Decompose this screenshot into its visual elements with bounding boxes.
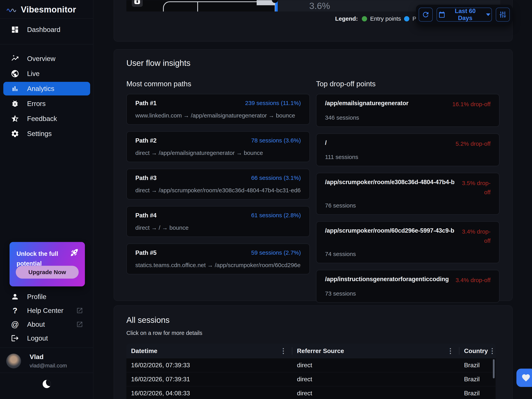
column-heading: Most common paths — [126, 80, 310, 88]
sidebar-item-analytics[interactable]: Analytics — [3, 82, 90, 96]
globe-icon — [11, 69, 19, 78]
sidebar-item-overview[interactable]: Overview — [0, 52, 93, 65]
dropoff-card[interactable]: /app/scrumpoker/room/e308c36d-4804-47b4-… — [316, 173, 500, 215]
cell-datetime: 16/02/2026, 07:39:33 — [126, 362, 292, 369]
external-link-icon — [76, 307, 83, 314]
bar-chart-icon — [11, 84, 19, 93]
divider — [0, 373, 93, 373]
path-card[interactable]: Path #5 59 sessions (2.7%) statics.teams… — [126, 244, 310, 274]
path-route: www.linkedin.com → /app/emailsignaturege… — [135, 112, 301, 119]
column-header-country[interactable]: Country ⋮ — [459, 344, 496, 358]
sidebar-item-label: Overview — [27, 55, 56, 63]
table-scrollbar[interactable] — [493, 359, 495, 378]
user-flow-insights-card: User flow insights Most common paths Pat… — [114, 49, 513, 301]
favorite-button[interactable] — [516, 369, 532, 387]
sidebar-item-profile[interactable]: Profile — [0, 290, 93, 303]
dashboard-icon — [11, 25, 19, 34]
sidebar-item-label: Live — [27, 70, 39, 77]
flow-percentage-label: 3.6% — [309, 0, 330, 12]
person-icon — [11, 292, 19, 301]
sidebar-item-logout[interactable]: Logout — [0, 331, 93, 345]
column-menu-icon[interactable]: ⋮ — [446, 347, 455, 355]
star-half-icon — [11, 114, 19, 123]
dropoff-sessions: 76 sessions — [325, 202, 491, 209]
sidebar-item-label: Settings — [27, 130, 52, 138]
path-card[interactable]: Path #1 239 sessions (11.1%) www.linkedi… — [126, 94, 310, 125]
path-route: direct → / → bounce — [135, 225, 301, 231]
theme-toggle-button[interactable] — [0, 377, 93, 391]
sidebar-item-errors[interactable]: Errors — [0, 97, 93, 110]
dropoff-rate: 3.5% drop-off — [459, 179, 491, 197]
entry-points-dot-icon — [362, 16, 367, 21]
calendar-icon — [438, 11, 446, 18]
dropoff-path: /app/scrumpoker/room/e308c36d-4804-47b4-… — [325, 179, 454, 186]
sessions-table: Datetime ⋮ Referrer Source ⋮ Country ⋮ 1… — [126, 344, 496, 399]
most-common-paths-column: Most common paths Path #1 239 sessions (… — [126, 80, 310, 303]
cell-datetime: 16/02/2026, 04:08:33 — [126, 390, 292, 397]
sidebar-item-feedback[interactable]: Feedback — [0, 112, 93, 125]
date-range-button[interactable]: Last 60 Days — [437, 8, 492, 22]
sidebar-item-label: Dashboard — [27, 26, 60, 33]
column-menu-icon[interactable]: ⋮ — [488, 347, 496, 355]
dropoff-path: /app/scrumpoker/room/60cd296e-5997-43c9-… — [325, 227, 454, 234]
column-header-datetime[interactable]: Datetime ⋮ — [126, 344, 292, 358]
sidebar-item-about[interactable]: @ About — [0, 318, 93, 331]
path-card[interactable]: Path #2 78 sessions (3.6%) direct → /app… — [126, 131, 310, 162]
sidebar-item-label: Profile — [27, 293, 46, 301]
cell-referrer: direct — [292, 376, 459, 383]
sidebar-item-label: Feedback — [27, 115, 57, 122]
path-title: Path #4 — [135, 212, 157, 219]
path-route: statics.teams.cdn.office.net → /app/scru… — [135, 262, 301, 269]
path-title: Path #2 — [135, 137, 157, 144]
dropoff-path: / — [325, 139, 327, 146]
column-header-referrer-source[interactable]: Referrer Source ⋮ — [292, 344, 459, 358]
table-row[interactable]: 16/02/2026, 04:08:33 direct Brazil — [126, 386, 496, 399]
column-menu-icon[interactable]: ⋮ — [279, 347, 288, 355]
dropoff-rate: 5.2% drop-off — [456, 139, 491, 148]
table-row[interactable]: 16/02/2026, 07:39:31 direct Brazil — [126, 372, 496, 386]
column-label: Referrer Source — [297, 347, 344, 354]
sidebar-item-help-center[interactable]: ? Help Center — [0, 304, 93, 317]
path-title: Path #3 — [135, 174, 157, 182]
user-info[interactable]: Vlad vlad@mail.com — [6, 353, 67, 369]
external-link-icon — [76, 321, 83, 328]
path-sessions: 239 sessions (11.1%) — [245, 100, 301, 106]
dropoff-card[interactable]: /app/emailsignaturegenerator 16.1% drop-… — [316, 94, 500, 127]
sidebar-item-settings[interactable]: Settings — [0, 127, 93, 141]
path-card[interactable]: Path #4 61 sessions (2.8%) direct → / → … — [126, 206, 310, 237]
avatar — [6, 354, 21, 368]
dropoff-card[interactable]: / 5.2% drop-off 111 sessions — [316, 134, 500, 166]
refresh-button[interactable] — [419, 8, 433, 22]
logout-icon — [11, 334, 19, 342]
dropoff-path: /app/instructionsgeneratorforagenticcodi… — [325, 276, 449, 283]
legend-title: Legend: — [335, 15, 358, 22]
chart-node-icon[interactable] — [132, 0, 143, 7]
question-mark-icon: ? — [11, 306, 19, 315]
cell-country: Brazil — [459, 362, 496, 369]
sidebar-item-live[interactable]: Live — [0, 67, 93, 80]
divider — [0, 44, 93, 45]
path-title: Path #5 — [135, 249, 157, 256]
upgrade-card: Unlock the full potential Upgrade Now — [10, 242, 85, 286]
column-heading: Top drop-off points — [316, 80, 500, 88]
heart-icon — [521, 373, 531, 382]
cell-referrer: direct — [292, 390, 459, 397]
page-visits-dot-icon — [404, 16, 409, 21]
dropoff-card[interactable]: /app/scrumpoker/room/60cd296e-5997-43c9-… — [316, 221, 500, 263]
filter-sliders-button[interactable] — [496, 8, 510, 22]
sidebar-item-dashboard[interactable]: Dashboard — [0, 23, 93, 36]
sidebar-item-label: Logout — [27, 334, 48, 342]
sessions-subtitle: Click on a row for more details — [126, 330, 500, 336]
path-card[interactable]: Path #3 66 sessions (3.1%) direct → /app… — [126, 169, 310, 200]
path-sessions: 61 sessions (2.8%) — [251, 212, 301, 219]
cell-referrer: direct — [292, 362, 459, 369]
rocket-icon — [70, 248, 79, 257]
table-row[interactable]: 16/02/2026, 07:39:33 direct Brazil — [126, 358, 496, 372]
dropoff-rate: 3.4% drop-off — [456, 276, 491, 285]
cell-country: Brazil — [459, 376, 496, 383]
upgrade-now-button[interactable]: Upgrade Now — [16, 266, 79, 279]
chevron-down-icon — [486, 13, 490, 16]
path-sessions: 59 sessions (2.7%) — [251, 249, 301, 256]
path-sessions: 78 sessions (3.6%) — [251, 137, 301, 144]
dropoff-card[interactable]: /app/instructionsgeneratorforagenticcodi… — [316, 270, 500, 303]
